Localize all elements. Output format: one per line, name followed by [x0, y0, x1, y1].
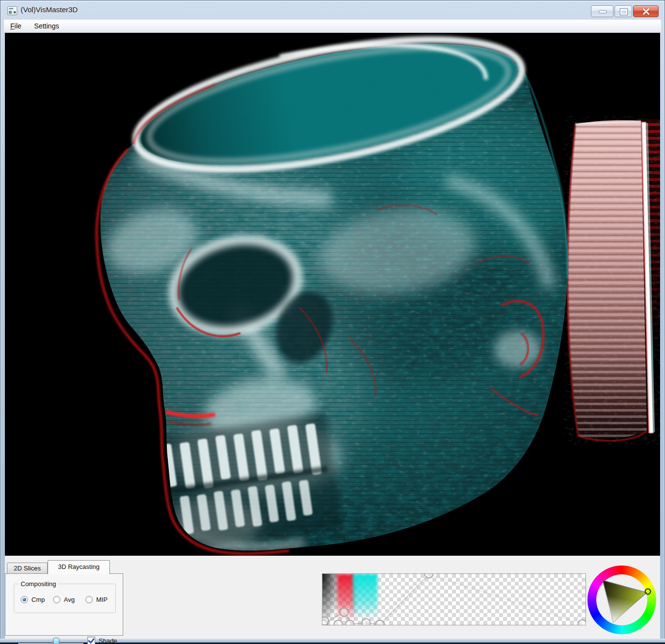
viewport-3d[interactable]	[5, 33, 660, 556]
title-bar[interactable]: (Vol)VisMaster3D	[0, 0, 665, 20]
sv-triangle[interactable]	[587, 566, 656, 634]
tf-control-point[interactable]	[340, 608, 349, 617]
tf-polyline	[322, 574, 585, 625]
compositing-group: Compositing Cmp Avg MIP	[14, 584, 116, 613]
maximize-button[interactable]	[614, 5, 632, 17]
tf-control-point[interactable]	[578, 619, 586, 626]
menu-bar: File Settings	[4, 20, 661, 33]
compositing-group-label: Compositing	[19, 580, 58, 588]
radio-avg-circle[interactable]	[53, 596, 60, 603]
radio-mip-circle[interactable]	[85, 596, 93, 603]
app-icon	[7, 6, 17, 15]
shade-option[interactable]: Shade	[87, 637, 117, 644]
window-title: (Vol)VisMaster3D	[21, 5, 78, 14]
tab-2d-slices[interactable]: 2D Slices	[7, 563, 48, 573]
radio-cmp-circle[interactable]	[21, 596, 28, 603]
tf-control-point[interactable]	[375, 620, 385, 626]
minimize-icon	[599, 10, 607, 13]
skull-render	[5, 33, 660, 556]
menu-settings[interactable]: Settings	[28, 21, 66, 31]
volume-slab	[563, 116, 660, 445]
hue-marker[interactable]	[645, 589, 651, 595]
tab-3d-raycasting[interactable]: 3D Raycasting	[48, 560, 110, 574]
tf-control-point[interactable]	[362, 618, 371, 626]
radio-cmp[interactable]: Cmp	[21, 596, 47, 603]
maximize-icon	[620, 9, 627, 15]
minimize-button[interactable]	[591, 5, 613, 17]
shade-checkbox[interactable]	[87, 637, 95, 644]
shade-label: Shade	[99, 637, 117, 644]
color-wheel[interactable]	[587, 566, 656, 634]
app-window: (Vol)VisMaster3D File Settings	[0, 0, 665, 644]
quality-slider[interactable]	[18, 638, 83, 644]
raycasting-tab-page: Compositing Cmp Avg MIP	[5, 573, 123, 636]
close-button[interactable]	[633, 5, 659, 17]
radio-mip[interactable]: MIP	[85, 596, 111, 603]
slider-handle[interactable]	[53, 638, 59, 644]
control-panel: 2D Slices 3D Raycasting Compositing Cmp …	[5, 556, 660, 639]
tf-control-point[interactable]	[334, 620, 343, 626]
menu-file[interactable]: File	[4, 21, 28, 31]
tf-control-point[interactable]	[346, 620, 355, 626]
radio-avg[interactable]: Avg	[53, 596, 79, 603]
transfer-function-editor[interactable]	[322, 573, 586, 625]
